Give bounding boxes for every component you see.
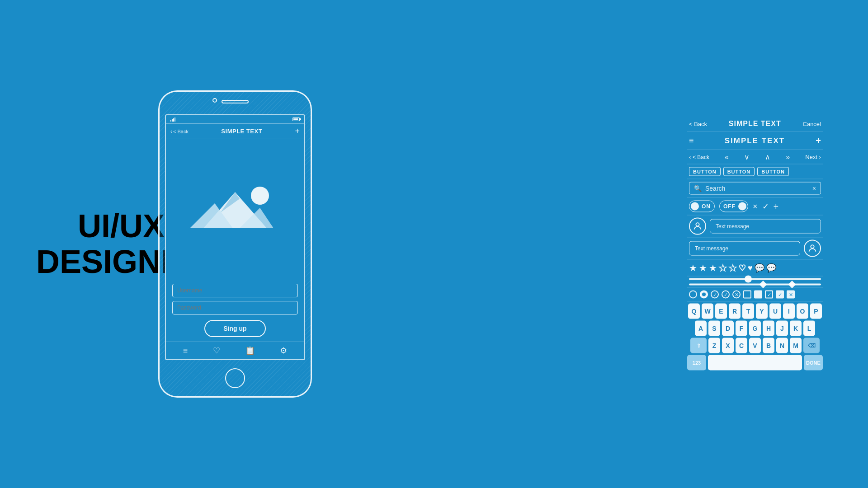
star-1[interactable]: ★ <box>689 263 697 273</box>
kb-j[interactable]: J <box>776 321 788 336</box>
cb-radio-check-2[interactable]: ✓ <box>722 291 730 299</box>
rp-button-1[interactable]: BUTTON <box>689 167 721 176</box>
rp-sliders-row <box>687 277 823 288</box>
cb-radio-check[interactable]: ✓ <box>711 291 719 299</box>
kb-l[interactable]: L <box>803 321 815 336</box>
kb-done[interactable]: DONE <box>804 355 823 371</box>
kb-f[interactable]: F <box>736 321 747 336</box>
cb-sq-x[interactable]: ✕ <box>787 291 795 299</box>
toggle-off-label: OFF <box>723 203 736 210</box>
kb-shift[interactable]: ⇧ <box>690 338 707 353</box>
rp-right-message-bubble[interactable]: Text message <box>689 241 800 256</box>
rp-right-message-row: Text message <box>687 238 823 260</box>
rp-menu-icon[interactable]: ≡ <box>689 136 694 145</box>
bubble-empty[interactable]: 💬 <box>755 263 764 273</box>
phone-plus-button[interactable]: + <box>295 127 300 136</box>
kb-k[interactable]: K <box>790 321 802 336</box>
kb-a[interactable]: A <box>695 321 707 336</box>
kb-s[interactable]: S <box>708 321 720 336</box>
rp-toggle-off[interactable]: OFF <box>719 201 748 212</box>
rp-arrows-row: ‹ < Back « ∨ ∧ » Next › <box>687 150 823 164</box>
phone-image-area <box>166 139 304 281</box>
rp-slider-thumb-2[interactable] <box>759 281 767 288</box>
phone-back-button[interactable]: ‹ < Back <box>170 128 189 135</box>
svg-point-5 <box>696 223 699 226</box>
kb-q[interactable]: Q <box>688 304 700 319</box>
heart-nav-icon[interactable]: ♡ <box>213 346 220 356</box>
rp-cancel-button[interactable]: Cancel <box>803 120 821 127</box>
rp-left-message-row: Text message <box>687 216 823 238</box>
phone-form: Sing up <box>166 281 304 342</box>
rp-button-2[interactable]: BUTTON <box>723 167 755 176</box>
phone-home-button[interactable] <box>225 368 245 388</box>
rp-down-arrow[interactable]: ∨ <box>744 153 750 161</box>
kb-t[interactable]: T <box>742 304 754 319</box>
rp-up-arrow[interactable]: ∧ <box>765 153 770 161</box>
cb-sq-filled[interactable] <box>754 291 762 299</box>
rp-button-3[interactable]: BUTTON <box>757 167 789 176</box>
heart-filled[interactable]: ♥ <box>748 263 753 272</box>
menu-nav-icon[interactable]: ≡ <box>183 346 188 356</box>
rp-toggle-row: ON OFF × ✓ + <box>687 198 823 216</box>
kb-n[interactable]: N <box>776 338 788 353</box>
kb-b[interactable]: B <box>763 338 774 353</box>
kb-delete[interactable]: ⌫ <box>803 338 820 353</box>
rp-slider-2[interactable] <box>689 284 821 286</box>
cb-sq-empty[interactable] <box>743 291 751 299</box>
username-field[interactable] <box>172 284 298 297</box>
kb-e[interactable]: E <box>715 304 727 319</box>
kb-z[interactable]: Z <box>708 338 720 353</box>
phone-bottom-nav: ≡ ♡ 📋 ⚙ <box>166 342 304 359</box>
rp-double-left-arrow[interactable]: « <box>725 153 729 161</box>
rp-search-row: 🔍 Search × <box>687 179 823 198</box>
kb-i[interactable]: I <box>783 304 795 319</box>
rp-slider-thumb-3[interactable] <box>788 281 796 288</box>
rp-toggle-on[interactable]: ON <box>689 201 715 212</box>
toggle-off-circle <box>738 202 746 211</box>
rp-left-message-bubble[interactable]: Text message <box>710 219 821 234</box>
star-3[interactable]: ★ <box>709 263 717 273</box>
kb-p[interactable]: P <box>810 304 822 319</box>
password-field[interactable] <box>172 301 298 314</box>
cb-radio-empty[interactable] <box>689 291 697 299</box>
rp-slider-thumb-1[interactable] <box>745 276 752 283</box>
kb-m[interactable]: M <box>790 338 802 353</box>
kb-r[interactable]: R <box>729 304 741 319</box>
star-4[interactable]: ★ <box>719 263 727 273</box>
kb-x[interactable]: X <box>722 338 734 353</box>
signup-button[interactable]: Sing up <box>204 320 265 337</box>
kb-u[interactable]: U <box>769 304 781 319</box>
kb-123[interactable]: 123 <box>687 355 706 371</box>
rp-double-right-arrow[interactable]: » <box>786 153 790 161</box>
cb-radio-x[interactable]: ✕ <box>732 291 741 299</box>
rp-toggle-plus[interactable]: + <box>774 201 779 211</box>
rp-next-button[interactable]: Next › <box>805 154 821 160</box>
phone-screen: ‹ < Back SIMPLE TEXT + <box>165 114 305 360</box>
cb-sq-checkfill[interactable]: ✓ <box>776 291 784 299</box>
star-2[interactable]: ★ <box>699 263 707 273</box>
kb-h[interactable]: H <box>763 321 774 336</box>
rp-search-text[interactable]: Search <box>705 185 809 192</box>
star-5[interactable]: ★ <box>729 263 737 273</box>
kb-d[interactable]: D <box>722 321 734 336</box>
settings-nav-icon[interactable]: ⚙ <box>280 346 287 356</box>
rp-plus-icon[interactable]: + <box>816 136 821 146</box>
kb-y[interactable]: Y <box>756 304 768 319</box>
rp-toggle-check[interactable]: ✓ <box>762 202 769 211</box>
rp-toggle-x[interactable]: × <box>753 202 758 211</box>
rp-search-clear[interactable]: × <box>812 185 816 192</box>
kb-c[interactable]: C <box>736 338 747 353</box>
rp-back-button[interactable]: < Back <box>689 120 707 127</box>
kb-space[interactable] <box>708 355 802 371</box>
rp-slider-1[interactable] <box>689 278 821 280</box>
kb-v[interactable]: V <box>749 338 761 353</box>
kb-g[interactable]: G <box>749 321 761 336</box>
heart-empty[interactable]: ♡ <box>739 263 746 273</box>
cb-radio-filled[interactable] <box>700 291 708 299</box>
kb-o[interactable]: O <box>797 304 808 319</box>
list-nav-icon[interactable]: 📋 <box>245 346 255 356</box>
kb-w[interactable]: W <box>702 304 713 319</box>
rp-back-arrow[interactable]: ‹ < Back <box>689 154 709 160</box>
cb-sq-check[interactable]: ✓ <box>765 291 773 299</box>
bubble-filled[interactable]: 💬 <box>766 263 776 273</box>
